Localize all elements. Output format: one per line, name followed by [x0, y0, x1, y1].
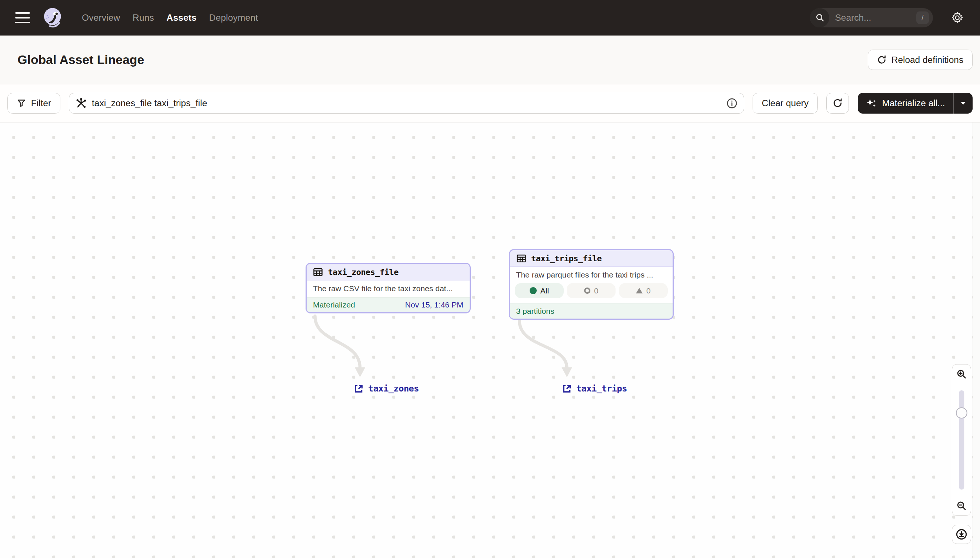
zoom-out-button[interactable]	[952, 496, 971, 515]
asset-node-header: taxi_zones_file	[307, 264, 469, 281]
zoom-out-icon	[956, 501, 967, 511]
asset-name: taxi_trips_file	[531, 254, 601, 263]
partitions-missing-pill[interactable]: 0	[567, 283, 616, 298]
materialize-all-label: Materialize all...	[882, 98, 945, 108]
reload-definitions-button[interactable]: Reload definitions	[868, 49, 972, 70]
materialized-timestamp[interactable]: Nov 15, 1:46 PM	[405, 300, 463, 309]
materialize-all-button[interactable]: Materialize all...	[858, 93, 953, 113]
search-input[interactable]	[829, 13, 916, 23]
pill-label: 0	[594, 286, 598, 295]
open-in-new-icon	[354, 384, 364, 394]
search-icon	[810, 8, 829, 27]
open-in-new-icon	[562, 384, 572, 394]
top-nav-bar: Overview Runs Assets Deployment /	[0, 0, 980, 36]
menu-icon[interactable]	[15, 12, 30, 23]
download-icon	[955, 528, 967, 540]
filter-funnel-icon	[16, 98, 26, 108]
nav-item-assets[interactable]: Assets	[167, 13, 197, 23]
dagster-app: Overview Runs Assets Deployment / Global…	[0, 0, 980, 558]
asset-status-footer: Materialized Nov 15, 1:46 PM	[307, 297, 469, 313]
reload-definitions-label: Reload definitions	[891, 55, 964, 65]
zoom-slider-track[interactable]	[959, 391, 964, 489]
zoom-controls	[952, 364, 971, 516]
missing-ring-icon	[584, 287, 590, 294]
asset-query-input[interactable]	[69, 93, 744, 113]
clear-query-label: Clear query	[762, 98, 809, 108]
edge-taxi-zones	[315, 316, 361, 368]
clear-query-button[interactable]: Clear query	[753, 93, 818, 113]
asset-selection-field	[69, 93, 744, 113]
filter-button[interactable]: Filter	[7, 93, 60, 113]
page-header: Global Asset Lineage Reload definitions	[0, 36, 980, 84]
page-title: Global Asset Lineage	[17, 53, 144, 67]
refresh-icon	[833, 98, 843, 108]
pill-label: 0	[646, 286, 651, 295]
settings-gear-icon[interactable]	[951, 11, 964, 24]
lineage-graph-canvas[interactable]: taxi_zones_file The raw CSV file for the…	[0, 123, 980, 558]
search-shortcut-badge: /	[916, 11, 929, 24]
lineage-edges	[0, 123, 980, 558]
asset-description: The raw CSV file for the taxi zones dat.…	[307, 281, 469, 297]
lineage-toolbar: Filter Clear query	[0, 84, 980, 123]
nav-item-overview[interactable]: Overview	[82, 13, 120, 23]
materialized-dot-icon	[530, 287, 537, 294]
pill-label: All	[540, 286, 549, 295]
filter-label: Filter	[31, 98, 51, 108]
downstream-link-taxi-trips[interactable]: taxi_trips	[562, 383, 627, 394]
op-selector-icon	[75, 97, 87, 109]
partitions-failed-pill[interactable]: 0	[619, 283, 668, 298]
failed-triangle-icon	[636, 288, 642, 294]
link-label: taxi_zones	[368, 383, 419, 394]
asset-partitions-footer: 3 partitions	[510, 303, 673, 318]
zoom-in-icon	[956, 369, 967, 380]
asset-node-taxi-zones-file[interactable]: taxi_zones_file The raw CSV file for the…	[306, 263, 471, 313]
asset-name: taxi_zones_file	[328, 268, 399, 277]
query-info-icon[interactable]	[726, 98, 738, 109]
scrollbar-track[interactable]	[973, 123, 980, 558]
sparkle-icon	[866, 98, 877, 109]
caret-down-icon	[960, 102, 966, 105]
nav-item-runs[interactable]: Runs	[133, 13, 154, 23]
table-icon	[313, 267, 323, 277]
primary-nav: Overview Runs Assets Deployment	[82, 13, 258, 23]
partition-status-pills: All 0 0	[510, 283, 673, 303]
download-image-button[interactable]	[952, 525, 971, 544]
asset-description: The raw parquet files for the taxi trips…	[510, 267, 673, 283]
zoom-slider-thumb[interactable]	[956, 407, 967, 419]
asset-node-header: taxi_trips_file	[510, 250, 673, 267]
zoom-in-button[interactable]	[952, 364, 971, 384]
materialize-dropdown-caret[interactable]	[954, 93, 973, 113]
global-search[interactable]: /	[810, 8, 933, 27]
partitions-materialized-pill[interactable]: All	[515, 283, 564, 298]
zoom-slider	[952, 384, 971, 496]
refresh-query-button[interactable]	[826, 93, 849, 113]
edge-taxi-trips	[519, 320, 567, 368]
asset-node-taxi-trips-file[interactable]: taxi_trips_file The raw parquet files fo…	[509, 249, 674, 320]
nav-item-deployment[interactable]: Deployment	[209, 13, 258, 23]
arrowhead-taxi-zones	[355, 367, 366, 377]
reload-icon	[877, 55, 886, 64]
materialized-status-label: Materialized	[313, 300, 355, 309]
dagster-logo-icon[interactable]	[42, 7, 63, 28]
downstream-link-taxi-zones[interactable]: taxi_zones	[354, 383, 419, 394]
arrowhead-taxi-trips	[562, 367, 572, 377]
materialize-all-split-button: Materialize all...	[858, 93, 973, 113]
partitions-count-label[interactable]: 3 partitions	[516, 307, 555, 316]
table-icon	[516, 253, 526, 263]
link-label: taxi_trips	[576, 383, 627, 394]
